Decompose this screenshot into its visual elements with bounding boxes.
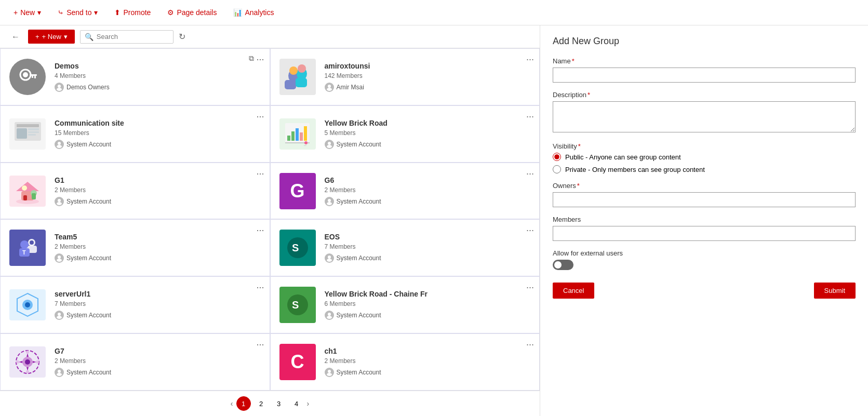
public-radio[interactable] bbox=[553, 153, 561, 161]
owner-name-yellow-brick-road: System Account bbox=[337, 141, 381, 148]
external-label: Allow for external users bbox=[553, 249, 856, 257]
svg-rect-38 bbox=[23, 195, 27, 200]
owner-avatar-ch1 bbox=[325, 368, 334, 377]
card-thumb-demos bbox=[7, 59, 48, 95]
send-to-button[interactable]: ⤷ Send to ▾ bbox=[55, 6, 101, 19]
description-label: Description* bbox=[553, 91, 856, 99]
name-input[interactable] bbox=[553, 68, 856, 83]
card-more-button-g7[interactable]: ··· bbox=[256, 339, 264, 350]
svg-point-64 bbox=[328, 313, 331, 316]
description-input[interactable] bbox=[553, 101, 856, 132]
group-card-communication-site[interactable]: Communication site 15 Members System Acc… bbox=[0, 105, 270, 163]
external-toggle[interactable] bbox=[553, 260, 573, 270]
svg-rect-9 bbox=[285, 80, 296, 89]
analytics-icon: 📊 bbox=[233, 8, 242, 17]
card-more-button-amiroxtounsi[interactable]: ··· bbox=[526, 54, 534, 65]
chevron-down-icon2: ▾ bbox=[94, 8, 98, 17]
group-card-yellow-brick-road[interactable]: ... Yellow Brick Road 5 Members System A… bbox=[270, 105, 540, 163]
public-radio-label: Public - Anyone can see group content bbox=[565, 153, 681, 161]
groups-grid: Demos 4 Members Demos Owners ··· ⧉ bbox=[0, 48, 540, 391]
card-more-button-team5[interactable]: ··· bbox=[256, 225, 264, 236]
name-label: Name* bbox=[553, 57, 856, 65]
refresh-button[interactable]: ↻ bbox=[179, 32, 185, 42]
card-more-button-g1[interactable]: ··· bbox=[256, 168, 264, 179]
new-button[interactable]: + New ▾ bbox=[10, 6, 44, 19]
cancel-button[interactable]: Cancel bbox=[553, 283, 594, 299]
page-2-button[interactable]: 2 bbox=[254, 396, 269, 411]
card-info-eos: EOS 7 Members System Account bbox=[325, 233, 533, 263]
owner-avatar-g6 bbox=[325, 197, 334, 206]
group-card-ch1[interactable]: C ch1 2 Members System Account ··· bbox=[270, 333, 540, 391]
submit-button[interactable]: Submit bbox=[814, 283, 856, 299]
group-card-demos[interactable]: Demos 4 Members Demos Owners ··· ⧉ bbox=[0, 48, 270, 105]
card-more-button-eos[interactable]: ··· bbox=[526, 225, 534, 236]
svg-rect-28 bbox=[304, 126, 307, 141]
svg-point-65 bbox=[327, 316, 332, 319]
private-radio-label: Private - Only members can see group con… bbox=[565, 166, 705, 173]
card-info-g6: G6 2 Members System Account bbox=[325, 176, 533, 206]
group-card-eos[interactable]: S EOS 7 Members System Account ··· bbox=[270, 219, 540, 276]
next-page-button[interactable]: › bbox=[307, 399, 310, 408]
group-card-g6[interactable]: G G6 2 Members System Account ··· bbox=[270, 163, 540, 220]
card-more-button-demos[interactable]: ··· bbox=[256, 54, 264, 65]
card-members-yellow-brick-road-chaine: 6 Members bbox=[325, 300, 533, 307]
svg-point-14 bbox=[327, 88, 332, 91]
group-card-g7[interactable]: G7 2 Members System Account ··· bbox=[0, 333, 270, 391]
page-1-button[interactable]: 1 bbox=[236, 396, 251, 411]
page-4-button[interactable]: 4 bbox=[289, 396, 304, 411]
card-more-button-yellow-brick-road[interactable]: ··· bbox=[526, 111, 534, 122]
card-owner-g1: System Account bbox=[55, 197, 263, 206]
public-radio-option[interactable]: Public - Anyone can see group content bbox=[553, 153, 856, 161]
search-icon: 🔍 bbox=[85, 33, 94, 41]
svg-point-11 bbox=[289, 66, 298, 75]
page-details-button[interactable]: ⚙ Page details bbox=[164, 6, 220, 19]
card-members-team5: 2 Members bbox=[55, 243, 263, 250]
svg-point-33 bbox=[327, 145, 332, 148]
card-info-demos: Demos 4 Members Demos Owners bbox=[55, 62, 263, 92]
svg-rect-20 bbox=[28, 134, 36, 136]
owner-avatar-team5 bbox=[55, 253, 64, 263]
page-details-icon: ⚙ bbox=[167, 8, 174, 17]
sub-toolbar: ← + + New ▾ 🔍 ↻ bbox=[0, 25, 540, 48]
svg-point-5 bbox=[58, 85, 61, 88]
members-input[interactable] bbox=[553, 226, 856, 241]
group-card-g1[interactable]: G1 2 Members System Account ··· bbox=[0, 163, 270, 220]
svg-point-37 bbox=[22, 185, 27, 191]
owner-avatar-yellow-brick-road-chaine bbox=[325, 311, 334, 320]
card-title-communication-site: Communication site bbox=[55, 119, 263, 127]
private-radio-option[interactable]: Private - Only members can see group con… bbox=[553, 165, 856, 173]
card-owner-eos: System Account bbox=[325, 253, 533, 263]
card-more-button-ch1[interactable]: ··· bbox=[526, 339, 534, 350]
card-thumb-yellow-brick-road: ... bbox=[277, 116, 318, 152]
svg-rect-17 bbox=[17, 128, 27, 139]
group-card-serverurl1[interactable]: serverUrl1 7 Members System Account ··· bbox=[0, 276, 270, 333]
card-copy-button[interactable]: ⧉ bbox=[249, 54, 254, 63]
group-card-yellow-brick-road-chaine[interactable]: S Yellow Brick Road - Chaine Fr 6 Member… bbox=[270, 276, 540, 333]
back-button[interactable]: ← bbox=[8, 30, 23, 44]
group-card-amiroxtounsi[interactable]: amiroxtounsi 142 Members Amir Msai ··· bbox=[270, 48, 540, 105]
group-card-team5[interactable]: T Team5 2 Members System Account ··· bbox=[0, 219, 270, 276]
search-input[interactable] bbox=[97, 33, 159, 41]
card-more-button-yellow-brick-road-chaine[interactable]: ··· bbox=[526, 282, 534, 293]
new-group-button[interactable]: + + New ▾ bbox=[28, 30, 75, 44]
card-owner-yellow-brick-road: System Account bbox=[325, 140, 533, 149]
analytics-button[interactable]: 📊 Analytics bbox=[230, 6, 277, 19]
card-more-button-serverurl1[interactable]: ··· bbox=[256, 282, 264, 293]
private-radio[interactable] bbox=[553, 165, 561, 173]
owners-input[interactable] bbox=[553, 192, 856, 207]
card-more-button-g6[interactable]: ··· bbox=[526, 168, 534, 179]
members-label: Members bbox=[553, 216, 856, 223]
card-info-yellow-brick-road: Yellow Brick Road 5 Members System Accou… bbox=[325, 119, 533, 149]
visibility-label: Visibility* bbox=[553, 142, 856, 150]
card-owner-g7: System Account bbox=[55, 368, 263, 377]
card-title-yellow-brick-road: Yellow Brick Road bbox=[325, 119, 533, 127]
prev-page-button[interactable]: ‹ bbox=[231, 399, 233, 408]
owner-name-g6: System Account bbox=[337, 198, 381, 205]
promote-button[interactable]: ⬆ Promote bbox=[111, 6, 154, 19]
svg-point-69 bbox=[26, 351, 29, 354]
svg-point-70 bbox=[26, 370, 29, 373]
page-3-button[interactable]: 3 bbox=[272, 396, 286, 411]
card-more-button-communication-site[interactable]: ··· bbox=[256, 111, 264, 122]
card-thumb-g1 bbox=[7, 173, 48, 209]
svg-point-75 bbox=[328, 370, 331, 373]
